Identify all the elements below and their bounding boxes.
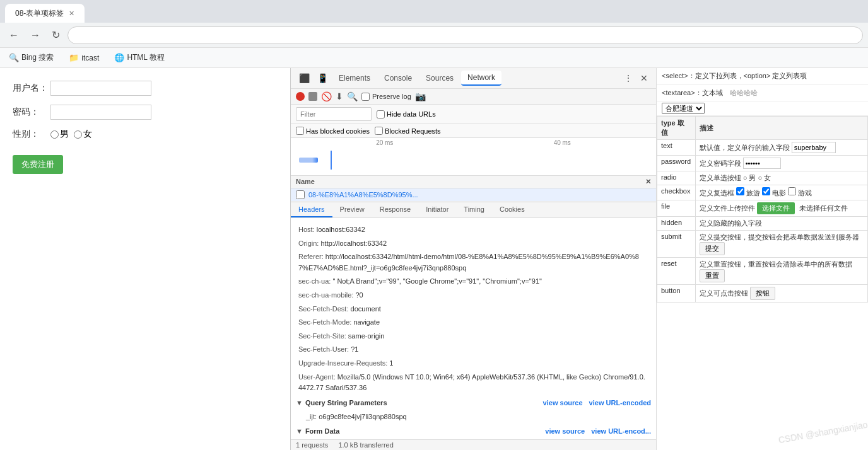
button-example-btn[interactable]: 按钮 xyxy=(750,287,775,300)
devtools-inspect-btn[interactable]: ⬛ xyxy=(296,71,313,85)
page-content: 用户名： 密码： 性别： 男 女 xyxy=(0,68,290,450)
checkbox-movie[interactable]: 电影 xyxy=(762,189,786,197)
tab-response[interactable]: Response xyxy=(372,202,419,217)
sec-ch-ua-row: sec-ch-ua: " Not;A Brand";v="99", "Googl… xyxy=(291,275,656,289)
desc-reset: 定义重置按钮，重置按钮会清除表单中的所有数据 重置 xyxy=(695,258,867,285)
blocked-requests-label[interactable]: Blocked Requests xyxy=(375,127,441,135)
has-blocked-cookies-label[interactable]: Has blocked cookies xyxy=(296,127,370,135)
row-name[interactable]: 08-%E8%A1%A8%E5%8D%95%... xyxy=(308,191,651,199)
tab-headers[interactable]: Headers xyxy=(291,202,332,217)
text-example-input[interactable] xyxy=(792,142,836,153)
query-view-url-encoded-link[interactable]: view URL-encoded xyxy=(589,399,651,407)
row-checkbox[interactable] xyxy=(296,190,305,199)
password-example-input[interactable] xyxy=(743,158,781,169)
network-controls: 🚫 ⬇ 🔍 Preserve log 📷 xyxy=(291,89,656,105)
tab-cookies[interactable]: Cookies xyxy=(492,202,532,217)
type-reset: reset xyxy=(657,258,696,285)
bookmark-html[interactable]: 🌐 HTML 教程 xyxy=(110,51,168,64)
bookmark-bing[interactable]: 🔍 Bing 搜索 xyxy=(5,51,57,64)
tab-title: 08-表单项标签 xyxy=(15,8,64,19)
tab-bar: 08-表单项标签 ✕ xyxy=(0,0,868,23)
search-icon[interactable]: 🔍 xyxy=(347,91,358,101)
desc-hidden: 定义隐藏的输入字段 xyxy=(695,217,867,231)
city-select[interactable]: 合肥通道 上海 广州 xyxy=(662,103,705,114)
devtools-close-btn[interactable]: ✕ xyxy=(637,71,651,85)
file-no-selection: 未选择任何文件 xyxy=(799,204,848,212)
form-view-source-link[interactable]: view source xyxy=(545,427,585,435)
tab-close-btn[interactable]: ✕ xyxy=(69,9,74,18)
back-button[interactable]: ← xyxy=(5,27,23,43)
female-radio[interactable] xyxy=(74,130,82,139)
tab-initiator[interactable]: Initiator xyxy=(418,202,456,217)
hide-data-urls-label[interactable]: Hide data URLs xyxy=(377,110,436,118)
bookmark-bing-label: Bing 搜索 xyxy=(21,52,54,63)
male-label: 男 xyxy=(60,129,69,140)
tab-elements[interactable]: Elements xyxy=(332,71,377,85)
query-view-source-link[interactable]: view source xyxy=(543,399,583,407)
preserve-log-checkbox[interactable] xyxy=(361,93,370,101)
has-blocked-cookies-checkbox[interactable] xyxy=(296,127,304,135)
tab-console[interactable]: Console xyxy=(378,71,418,85)
file-example-btn[interactable]: 选择文件 xyxy=(757,202,795,214)
type-password: password xyxy=(657,156,696,171)
reload-button[interactable]: ↻ xyxy=(48,26,64,43)
main-area: 用户名： 密码： 性别： 男 女 xyxy=(0,68,868,450)
checkbox-game[interactable]: 游戏 xyxy=(788,189,812,197)
timeline-area: 20 ms 40 ms xyxy=(291,138,656,176)
form-section-links: view source view URL-encod... xyxy=(545,427,651,435)
query-param-ijt: _ijt: o6g9c8fee4jvj7li3qnp880spq xyxy=(291,410,656,424)
male-radio[interactable] xyxy=(50,130,59,139)
select-desc: <select>：定义下拉列表，<option> 定义列表项 xyxy=(662,72,807,79)
filter-button[interactable]: ⬇ xyxy=(336,91,343,101)
type-button: button xyxy=(657,285,696,303)
sec-fetch-site-row: Sec-Fetch-Site: same-origin xyxy=(291,330,656,343)
tab-timing[interactable]: Timing xyxy=(456,202,492,217)
filter-bar-2: Has blocked cookies Blocked Requests xyxy=(291,124,656,138)
submit-button[interactable]: 免费注册 xyxy=(13,155,63,174)
stop-button[interactable] xyxy=(308,92,317,101)
female-radio-label[interactable]: 女 xyxy=(74,129,92,140)
form-data-section-header[interactable]: ▼ Form Data view source view URL-encod..… xyxy=(291,424,656,439)
timeline-label-40ms: 40 ms xyxy=(554,139,571,146)
gender-row: 性别： 男 女 xyxy=(13,129,278,140)
forward-button[interactable]: → xyxy=(26,27,44,43)
form-view-url-encoded-link[interactable]: view URL-encod... xyxy=(591,427,651,435)
male-radio-label[interactable]: 男 xyxy=(50,129,69,140)
desc-password: 定义密码字段 xyxy=(695,156,867,171)
screenshot-button[interactable]: 📷 xyxy=(415,91,426,101)
timeline-waterfall-bar xyxy=(299,158,318,163)
network-row[interactable]: 08-%E8%A1%A8%E5%8D%95%... xyxy=(291,188,656,202)
devtools-device-btn[interactable]: 📱 xyxy=(314,71,331,85)
html-icon: 🌐 xyxy=(114,53,124,62)
query-section-links: view source view URL-encoded xyxy=(543,399,651,407)
nav-bar: ← → ↻ localhost:63342/html/html-demo/htm… xyxy=(0,23,868,48)
browser-tab[interactable]: 08-表单项标签 ✕ xyxy=(5,4,85,23)
tab-sources[interactable]: Sources xyxy=(419,71,460,85)
city-options: 合肥通道 上海 广州 xyxy=(657,101,868,116)
query-string-section-header[interactable]: ▼ Query String Parameters view source vi… xyxy=(291,395,656,410)
bookmark-itcast-label: itcast xyxy=(81,54,99,62)
address-bar[interactable]: localhost:63342/html/html-demo/html/08-表… xyxy=(67,26,863,44)
checkbox-travel[interactable]: 旅游 xyxy=(736,189,760,197)
blocked-requests-checkbox[interactable] xyxy=(375,127,383,135)
bookmark-itcast[interactable]: 📁 itcast xyxy=(65,52,103,64)
clear-button[interactable]: 🚫 xyxy=(321,91,332,101)
password-row: 密码： xyxy=(13,105,278,120)
username-input[interactable] xyxy=(50,81,151,96)
sec-fetch-mode-row: Sec-Fetch-Mode: navigate xyxy=(291,316,656,330)
submit-row: 免费注册 xyxy=(13,149,278,174)
table-row-submit: submit 定义提交按钮，提交按钮会把表单数据发送到服务器 提交 xyxy=(657,231,868,258)
table-row-checkbox: checkbox 定义复选框 旅游 电影 游戏 xyxy=(657,185,868,200)
devtools-more-btn[interactable]: ⋮ xyxy=(621,71,636,85)
filter-input[interactable] xyxy=(296,107,372,121)
password-input[interactable] xyxy=(50,105,151,120)
tab-network[interactable]: Network xyxy=(461,71,501,86)
hide-data-urls-checkbox[interactable] xyxy=(377,110,385,118)
tab-preview[interactable]: Preview xyxy=(332,202,372,217)
reset-example-btn[interactable]: 重置 xyxy=(700,269,725,282)
bing-icon: 🔍 xyxy=(9,53,19,62)
username-row: 用户名： xyxy=(13,81,278,96)
record-button[interactable] xyxy=(296,92,305,101)
submit-example-btn[interactable]: 提交 xyxy=(700,242,725,255)
preserve-log-label[interactable]: Preserve log xyxy=(361,93,411,101)
